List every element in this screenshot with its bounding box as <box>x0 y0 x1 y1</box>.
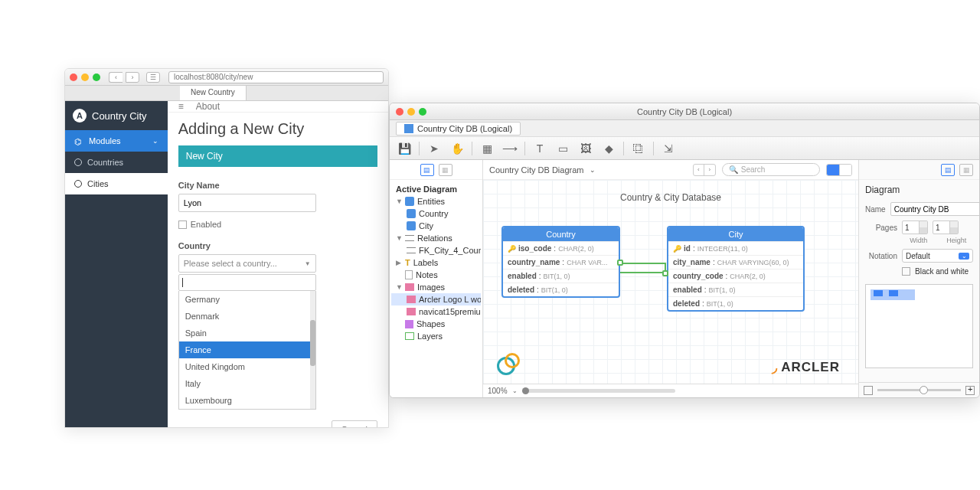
country-select[interactable]: Please select a country... ▼ <box>178 254 316 273</box>
nav-about[interactable]: About <box>196 101 220 112</box>
view-list-icon[interactable]: ▤ <box>420 164 434 176</box>
zoom-thumb[interactable] <box>920 386 928 394</box>
tree-relations[interactable]: ▼Relations <box>391 232 481 244</box>
dropdown-icon[interactable]: ⌄ <box>590 166 596 174</box>
dropdown-option[interactable]: France <box>179 341 315 358</box>
zoom-out-button[interactable] <box>864 386 873 395</box>
circle-icon <box>74 158 82 166</box>
layout-icon[interactable]: ⿻ <box>630 141 647 156</box>
scroll-track[interactable] <box>522 389 675 393</box>
menu-icon[interactable]: ≡ <box>178 101 184 112</box>
image-icon <box>407 308 416 315</box>
entity-city[interactable]: City 🔑id: INTEGER(11, 0)city_name: CHAR … <box>667 226 805 312</box>
image-icon <box>405 283 414 291</box>
text-icon[interactable]: T <box>531 141 548 156</box>
zoom-track[interactable] <box>877 389 961 391</box>
pages-height-stepper[interactable]: 1 <box>933 220 959 234</box>
sidebar-item-countries[interactable]: Countries <box>65 152 168 173</box>
sidebar-item-cities[interactable]: Cities <box>65 173 168 194</box>
sidebar-item-label: Modules <box>89 136 121 145</box>
minimap[interactable] <box>865 284 973 368</box>
entity-column: 🔑id: INTEGER(11, 0) <box>668 241 803 255</box>
back-button[interactable]: ‹ <box>109 72 122 83</box>
table-icon[interactable]: ▦ <box>479 141 495 156</box>
zoom-dropdown-icon[interactable]: ⌄ <box>512 387 518 394</box>
url-bar[interactable]: localhost:8080/city/new <box>168 71 384 83</box>
dropdown-option[interactable]: Denmark <box>179 308 315 325</box>
db-tab[interactable]: Country City DB (Logical) <box>396 122 521 136</box>
tree-labels[interactable]: ▶TLabels <box>391 256 481 269</box>
save-icon[interactable]: 💾 <box>396 141 413 156</box>
text-icon: T <box>405 258 410 267</box>
page-title: Adding a New City <box>178 120 377 138</box>
arcler-logo: ◞ARCLER <box>772 359 840 376</box>
country-search-input[interactable] <box>178 274 316 291</box>
scroll-thumb[interactable] <box>522 387 529 394</box>
entity-country[interactable]: Country 🔑iso_code: CHAR(2, 0)country_nam… <box>501 226 620 298</box>
shape-icon[interactable]: ◆ <box>600 141 617 156</box>
enabled-row[interactable]: Enabled <box>178 220 377 229</box>
props-view-icon[interactable]: ▤ <box>941 164 955 176</box>
select-placeholder: Please select a country... <box>184 259 277 268</box>
tree-layers[interactable]: ▶Layers <box>391 330 481 342</box>
db-icon <box>404 124 413 133</box>
entity-icon <box>407 209 416 218</box>
shape-icon <box>405 320 413 328</box>
note-icon[interactable]: ▭ <box>554 141 571 156</box>
swoosh-icon: ◞ <box>772 359 778 376</box>
sidebar-item-modules[interactable]: ⌬Modules ⌄ <box>65 130 168 152</box>
image-icon <box>407 296 416 303</box>
cancel-button[interactable]: Cancel <box>332 420 377 428</box>
tree-entities[interactable]: ▼Entities <box>391 195 481 207</box>
close-icon[interactable] <box>70 74 77 81</box>
search-icon: 🔍 <box>729 165 738 174</box>
pages-width-stepper[interactable]: 1 <box>902 220 928 234</box>
canvas-header: Country City DB Diagram ⌄ ‹› 🔍Search <box>483 160 858 180</box>
db-tabbar: Country City DB (Logical) <box>390 120 979 137</box>
view-grid-icon[interactable]: ▦ <box>439 164 452 176</box>
checkbox-icon[interactable] <box>902 267 910 276</box>
tree-image-2[interactable]: navicat15premium... <box>391 305 481 318</box>
pointer-icon[interactable]: ➤ <box>426 141 443 156</box>
tree-images[interactable]: ▼Images <box>391 281 481 293</box>
entity-column: deleted: BIT(1, 0) <box>503 283 619 296</box>
panel-layout-toggle[interactable] <box>826 164 852 176</box>
relation-line[interactable] <box>620 263 666 273</box>
checkbox-icon[interactable] <box>178 220 187 229</box>
diagram-name-input[interactable] <box>890 202 980 216</box>
relation-icon[interactable]: ⟶ <box>501 141 518 156</box>
notation-select[interactable]: Default⌄ <box>902 249 973 263</box>
dropdown-option[interactable]: Germany <box>179 291 315 308</box>
dropdown-option[interactable]: Luxembourg <box>179 392 315 409</box>
image-icon[interactable]: 🖼 <box>577 141 594 156</box>
dropdown-option[interactable]: Italy <box>179 375 315 392</box>
tree-notes[interactable]: ▶Notes <box>391 269 481 281</box>
city-name-input[interactable] <box>178 194 316 212</box>
tree-entity-city[interactable]: City <box>391 220 481 232</box>
browser-window: ‹ › ☰ localhost:8080/city/new New Countr… <box>64 68 389 428</box>
entity-header: City <box>668 227 803 241</box>
canvas-search[interactable]: 🔍Search <box>722 163 820 176</box>
tree-image-1[interactable]: Arcler Logo L woit... <box>391 293 481 305</box>
forward-button[interactable]: › <box>126 72 139 83</box>
search-placeholder: Search <box>741 165 766 174</box>
key-icon: 🔑 <box>508 245 516 253</box>
prop-bw[interactable]: Black and white <box>859 265 979 278</box>
hand-icon[interactable]: ✋ <box>449 141 466 156</box>
props-alt-view-icon[interactable]: ▦ <box>959 164 973 176</box>
dropdown-icon: ⌄ <box>959 253 969 260</box>
dropdown-option[interactable]: Spain <box>179 325 315 341</box>
dropdown-option[interactable]: United Kingdom <box>179 358 315 375</box>
export-icon[interactable]: ⇲ <box>660 141 677 156</box>
tree-fk[interactable]: FK_City_4_Country <box>391 244 481 256</box>
pager[interactable]: ‹› <box>693 164 716 176</box>
entity-column: enabled: BIT(1, 0) <box>668 283 803 296</box>
canvas[interactable]: Country & City Database Country 🔑iso_cod… <box>483 180 858 384</box>
tab-new-country[interactable]: New Country <box>180 86 247 100</box>
maximize-icon[interactable] <box>93 74 100 81</box>
minimize-icon[interactable] <box>81 74 89 81</box>
sidebar-toggle-button[interactable]: ☰ <box>146 72 160 83</box>
tree-shapes[interactable]: ▶Shapes <box>391 318 481 330</box>
tree-entity-country[interactable]: Country <box>391 207 481 220</box>
zoom-in-button[interactable]: + <box>965 386 975 395</box>
